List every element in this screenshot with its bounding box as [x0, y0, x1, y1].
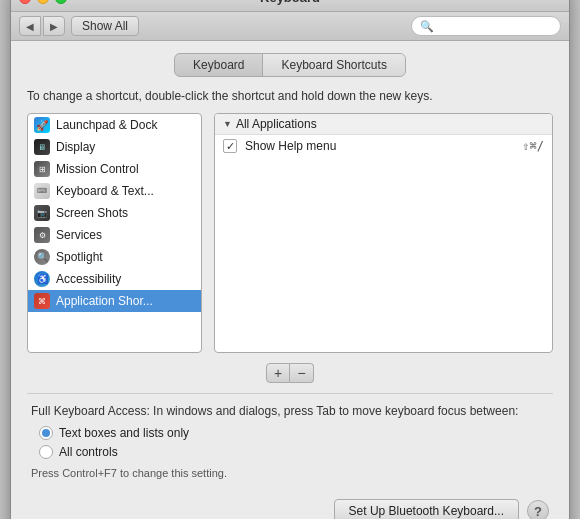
sidebar-item-app-shortcuts[interactable]: ⌘ Application Shor...: [28, 290, 201, 312]
bottom-section: Full Keyboard Access: In windows and dia…: [27, 404, 553, 519]
radio-all-controls[interactable]: All controls: [39, 445, 549, 459]
screenshot-icon: 📷: [34, 205, 50, 221]
sidebar-item-accessibility[interactable]: ♿ Accessibility: [28, 268, 201, 290]
radio-text-boxes-label: Text boxes and lists only: [59, 426, 189, 440]
window-title: Keyboard: [260, 0, 320, 5]
launchpad-icon: 🚀: [34, 117, 50, 133]
search-icon: 🔍: [420, 20, 434, 33]
radio-group: Text boxes and lists only All controls: [39, 426, 549, 459]
shortcut-keys: ⇧⌘/: [522, 139, 544, 153]
shortcut-group-label: All Applications: [236, 117, 317, 131]
mission-icon: ⊞: [34, 161, 50, 177]
content: Keyboard Keyboard Shortcuts To change a …: [11, 41, 569, 519]
radio-text-boxes[interactable]: Text boxes and lists only: [39, 426, 549, 440]
remove-shortcut-button[interactable]: −: [290, 363, 314, 383]
radio-text-boxes-circle[interactable]: [39, 426, 53, 440]
show-all-button[interactable]: Show All: [71, 16, 139, 36]
sidebar-item-label: Display: [56, 140, 95, 154]
sidebar-item-label: Accessibility: [56, 272, 121, 286]
sidebar-item-label: Keyboard & Text...: [56, 184, 154, 198]
sidebar-item-mission-control[interactable]: ⊞ Mission Control: [28, 158, 201, 180]
search-box: 🔍: [411, 16, 561, 36]
add-shortcut-button[interactable]: +: [266, 363, 290, 383]
sidebar-item-label: Spotlight: [56, 250, 103, 264]
sidebar-item-label: Services: [56, 228, 102, 242]
maximize-button[interactable]: [55, 0, 67, 4]
shortcut-group-header: ▼ All Applications: [215, 114, 552, 135]
disclosure-icon[interactable]: ▼: [223, 119, 232, 129]
list-controls: + −: [27, 363, 553, 383]
back-button[interactable]: ◀: [19, 16, 41, 36]
hint-text: Press Control+F7 to change this setting.: [31, 467, 549, 479]
sidebar-item-launchpad[interactable]: 🚀 Launchpad & Dock: [28, 114, 201, 136]
sidebar-item-label: Application Shor...: [56, 294, 153, 308]
minimize-button[interactable]: [37, 0, 49, 4]
shortcut-checkbox[interactable]: ✓: [223, 139, 237, 153]
search-input[interactable]: [438, 19, 552, 33]
sidebar-list[interactable]: 🚀 Launchpad & Dock 🖥 Display ⊞ Mission C…: [27, 113, 202, 353]
main-section: 🚀 Launchpad & Dock 🖥 Display ⊞ Mission C…: [27, 113, 553, 353]
sidebar-item-spotlight[interactable]: 🔍 Spotlight: [28, 246, 201, 268]
shortcut-row: ✓ Show Help menu ⇧⌘/: [215, 135, 552, 157]
sidebar-item-keyboard-text[interactable]: ⌨ Keyboard & Text...: [28, 180, 201, 202]
radio-all-controls-label: All controls: [59, 445, 118, 459]
bottom-bar: Set Up Bluetooth Keyboard... ?: [31, 491, 549, 519]
toolbar: ◀ ▶ Show All 🔍: [11, 12, 569, 41]
nav-buttons: ◀ ▶: [19, 16, 65, 36]
bluetooth-keyboard-button[interactable]: Set Up Bluetooth Keyboard...: [334, 499, 519, 519]
tab-keyboard-shortcuts[interactable]: Keyboard Shortcuts: [263, 54, 404, 76]
services-icon: ⚙: [34, 227, 50, 243]
sidebar-item-label: Screen Shots: [56, 206, 128, 220]
help-button[interactable]: ?: [527, 500, 549, 519]
sidebar-item-display[interactable]: 🖥 Display: [28, 136, 201, 158]
traffic-lights: [19, 0, 67, 4]
sidebar-item-screenshots[interactable]: 📷 Screen Shots: [28, 202, 201, 224]
radio-inner-dot: [42, 429, 50, 437]
radio-all-controls-circle[interactable]: [39, 445, 53, 459]
shortcut-panel: ▼ All Applications ✓ Show Help menu ⇧⌘/: [214, 113, 553, 353]
sidebar-item-services[interactable]: ⚙ Services: [28, 224, 201, 246]
close-button[interactable]: [19, 0, 31, 4]
accessibility-icon: ♿: [34, 271, 50, 287]
display-icon: 🖥: [34, 139, 50, 155]
keyboard-window: Keyboard ◀ ▶ Show All 🔍 Keyboard Keyboar…: [10, 0, 570, 519]
shortcut-name: Show Help menu: [245, 139, 514, 153]
fka-label: Full Keyboard Access: In windows and dia…: [31, 404, 549, 418]
appshortcut-icon: ⌘: [34, 293, 50, 309]
keyboard-icon: ⌨: [34, 183, 50, 199]
divider: [27, 393, 553, 394]
forward-button[interactable]: ▶: [43, 16, 65, 36]
spotlight-icon: 🔍: [34, 249, 50, 265]
sidebar-item-label: Launchpad & Dock: [56, 118, 157, 132]
tab-keyboard[interactable]: Keyboard: [175, 54, 263, 76]
tabs: Keyboard Keyboard Shortcuts: [174, 53, 406, 77]
sidebar-item-label: Mission Control: [56, 162, 139, 176]
titlebar: Keyboard: [11, 0, 569, 12]
tabs-container: Keyboard Keyboard Shortcuts: [27, 53, 553, 77]
instruction-text: To change a shortcut, double-click the s…: [27, 89, 553, 103]
